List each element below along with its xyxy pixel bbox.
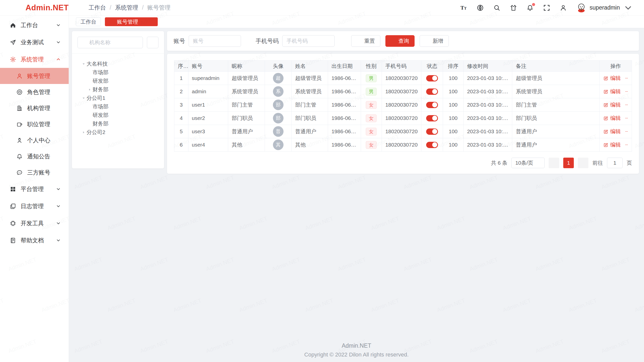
cell-account: user4	[188, 138, 228, 152]
doc-icon	[10, 237, 16, 244]
sidebar-subitem[interactable]: 个人中心	[0, 132, 69, 148]
tree-node[interactable]: 财务部	[77, 119, 158, 128]
edit-button[interactable]: 编辑	[603, 75, 621, 82]
language-button[interactable]	[476, 4, 484, 12]
account-input[interactable]	[189, 35, 241, 47]
cell-nickname: 超级管理员	[228, 72, 265, 85]
tree-node[interactable]: 研发部	[77, 77, 158, 85]
theme-button[interactable]	[510, 4, 517, 12]
tree-node[interactable]: 市场部	[77, 68, 158, 77]
user-button[interactable]	[559, 4, 567, 12]
cell-order: 100	[443, 72, 463, 85]
fullscreen-button[interactable]	[543, 4, 550, 12]
more-actions-button[interactable]	[625, 115, 628, 121]
search-button[interactable]	[493, 4, 501, 12]
sidebar-subitem[interactable]: 角色管理	[0, 84, 69, 100]
sidebar-item[interactable]: 平台管理	[0, 180, 69, 198]
avatar[interactable]	[576, 3, 587, 13]
more-actions-button[interactable]	[625, 75, 628, 81]
sidebar-item[interactable]: 业务测试	[0, 34, 69, 51]
page-size-select[interactable]: 10条/页	[511, 158, 545, 168]
sidebar-subitem[interactable]: 三方账号	[0, 164, 69, 180]
tree-more-button[interactable]	[147, 37, 158, 48]
user-menu[interactable]: superadmin	[576, 3, 633, 13]
current-page[interactable]: 1	[563, 158, 574, 168]
phone-input[interactable]	[282, 35, 335, 47]
org-search-input[interactable]	[89, 39, 139, 46]
sidebar-item[interactable]: 系统管理	[0, 51, 69, 68]
pagination: 共 6 条 10条/页 1	[174, 158, 632, 168]
breadcrumb-separator: /	[142, 4, 143, 11]
tree-node[interactable]: 财务部	[77, 85, 158, 94]
chevron-down-icon	[56, 39, 61, 45]
sidebar-item[interactable]: 工作台	[0, 17, 69, 34]
status-toggle[interactable]	[426, 88, 438, 95]
notification-button[interactable]	[526, 4, 534, 12]
tab-workbench[interactable]: 工作台	[76, 17, 101, 26]
tab-account-management[interactable]: 账号管理	[105, 17, 158, 26]
cell-avatar: 其	[265, 138, 292, 152]
sidebar-subitem[interactable]: 通知公告	[0, 148, 69, 164]
org-tree-panel: 大名科技市场部研发部财务部分公司1市场部研发部财务部分公司2	[72, 31, 164, 168]
reset-button[interactable]: 重置	[351, 35, 380, 47]
status-toggle[interactable]	[426, 128, 438, 135]
breadcrumb-item[interactable]: 工作台	[89, 4, 106, 12]
sidebar-subitem[interactable]: 账号管理	[0, 68, 69, 84]
cell-modified: 2023-01-03 10:59:44	[463, 72, 512, 85]
tree-node[interactable]: 分公司2	[77, 128, 158, 137]
grid-icon	[10, 186, 16, 193]
sidebar-item-label: 平台管理	[21, 185, 56, 193]
tree-node[interactable]: 研发部	[77, 111, 158, 119]
more-actions-button[interactable]	[625, 128, 628, 134]
divider	[72, 53, 164, 54]
cell-name: 部门主管	[292, 98, 328, 112]
refresh-icon[interactable]	[141, 19, 146, 24]
cell-remark: 系统管理员	[512, 85, 599, 98]
tree-node[interactable]: 大名科技	[77, 60, 158, 68]
chat-icon	[16, 169, 23, 176]
breadcrumb-item[interactable]: 系统管理	[115, 4, 138, 12]
breadcrumb-current: 账号管理	[147, 4, 171, 12]
tree-node[interactable]: 市场部	[77, 102, 158, 111]
more-actions-button[interactable]	[625, 142, 628, 148]
edit-button[interactable]: 编辑	[603, 88, 621, 95]
cell-status	[421, 125, 443, 138]
goto-page-input[interactable]	[607, 158, 623, 168]
sidebar-item[interactable]: 开发工具	[0, 215, 69, 232]
cell-index: 6	[174, 138, 188, 152]
cell-name: 超级管理员	[292, 72, 328, 85]
caret-placeholder	[87, 121, 93, 127]
cell-remark: 普通用户	[512, 138, 599, 152]
caret-right-icon[interactable]	[80, 129, 87, 135]
more-actions-button[interactable]	[625, 102, 628, 108]
edit-button[interactable]: 编辑	[603, 101, 621, 108]
sidebar-subitem[interactable]: 职位管理	[0, 116, 69, 132]
more-actions-button[interactable]	[625, 88, 628, 95]
status-toggle[interactable]	[426, 115, 438, 121]
tree-node[interactable]: 分公司1	[77, 94, 158, 102]
status-toggle[interactable]	[426, 142, 438, 148]
caret-down-icon[interactable]	[80, 95, 87, 101]
font-size-button[interactable]: TT	[460, 4, 467, 12]
sidebar-item[interactable]: 日志管理	[0, 198, 69, 215]
cell-avatar: 部	[265, 98, 292, 112]
tree-node-label: 分公司2	[87, 129, 105, 136]
chevron-left-icon	[552, 161, 556, 165]
prev-page-button[interactable]	[549, 158, 559, 168]
caret-right-icon[interactable]	[87, 86, 93, 93]
caret-down-icon[interactable]	[80, 61, 87, 67]
cell-account: user1	[188, 98, 228, 112]
status-toggle[interactable]	[426, 75, 438, 81]
next-page-button[interactable]	[578, 158, 588, 168]
add-button[interactable]: 新增	[420, 35, 449, 47]
edit-button[interactable]: 编辑	[603, 141, 621, 148]
sidebar-subitem[interactable]: 机构管理	[0, 100, 69, 116]
search-button[interactable]: 查询	[385, 35, 415, 47]
sidebar-item[interactable]: 帮助文档	[0, 232, 69, 249]
close-icon[interactable]	[148, 19, 153, 24]
app-logo[interactable]: Admin.NET	[0, 0, 69, 16]
status-toggle[interactable]	[426, 102, 438, 108]
edit-button[interactable]: 编辑	[603, 128, 621, 135]
edit-button[interactable]: 编辑	[603, 115, 621, 122]
collapse-menu-icon[interactable]	[74, 4, 82, 12]
